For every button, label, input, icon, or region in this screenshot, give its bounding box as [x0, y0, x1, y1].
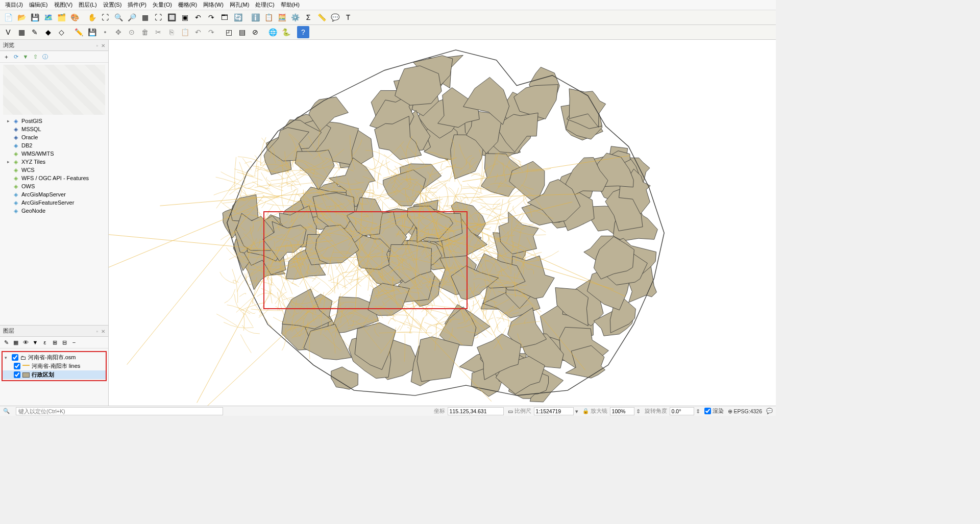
- menu-web[interactable]: 网络(W): [200, 0, 227, 10]
- stats-button[interactable]: Σ: [302, 11, 314, 23]
- layer-group-osm[interactable]: ▾ 🗀 河南省-南阳市.osm: [3, 353, 106, 362]
- python-console-button[interactable]: 🐍: [280, 26, 292, 38]
- menu-project[interactable]: 项目(J): [2, 0, 26, 10]
- expander-icon[interactable]: ▾: [5, 355, 10, 360]
- toggle-edit-button[interactable]: ✏️: [72, 26, 85, 38]
- refresh-button[interactable]: 🔄: [232, 11, 244, 23]
- browser-item[interactable]: ◈WMS/WMTS: [1, 149, 107, 158]
- expression-filter-icon[interactable]: ε: [41, 338, 49, 346]
- layer-lines[interactable]: 河南省-南阳市 lines: [3, 362, 106, 370]
- refresh-icon[interactable]: ⟳: [12, 53, 20, 61]
- pan-to-selection-button[interactable]: ⛶: [99, 11, 111, 23]
- layout-manager-button[interactable]: 🗂️: [55, 11, 67, 23]
- copy-button[interactable]: ⎘: [165, 26, 178, 38]
- browser-item[interactable]: ◈ArcGisMapServer: [1, 190, 107, 198]
- filter-legend-icon[interactable]: ▼: [31, 338, 39, 346]
- panel-undock-icon[interactable]: ▫: [96, 43, 98, 48]
- add-layer-icon[interactable]: ＋: [2, 53, 10, 61]
- zoom-out-button[interactable]: 🔎: [126, 11, 138, 23]
- menu-settings[interactable]: 设置(S): [100, 0, 125, 10]
- field-calc-button[interactable]: 🧮: [276, 11, 288, 23]
- panel-undock-icon[interactable]: ▫: [96, 329, 98, 334]
- lock-icon[interactable]: 🔒: [582, 408, 589, 414]
- layer-lines-checkbox[interactable]: [14, 363, 20, 369]
- undo-button[interactable]: ↶: [192, 26, 204, 38]
- cut-button[interactable]: ✂: [152, 26, 164, 38]
- collapse-icon[interactable]: ⇧: [31, 53, 39, 61]
- browser-item[interactable]: ◈OWS: [1, 182, 107, 190]
- properties-icon[interactable]: ⓘ: [41, 53, 49, 61]
- epsg-label[interactable]: EPSG:4326: [734, 408, 762, 414]
- delete-selected-button[interactable]: 🗑: [139, 26, 151, 38]
- save-project-button[interactable]: 💾: [29, 11, 41, 23]
- panel-close-icon[interactable]: ✕: [101, 43, 105, 48]
- select-features-button[interactable]: ◰: [223, 26, 235, 38]
- spinner-icon[interactable]: ⇕: [636, 408, 641, 414]
- browser-tree[interactable]: ▸◈PostGIS◈MSSQL◈Oracle◈DB2◈WMS/WMTS▸◈XYZ…: [0, 63, 108, 325]
- remove-layer-icon[interactable]: −: [70, 338, 78, 346]
- crs-icon[interactable]: ⊕: [728, 408, 732, 414]
- paste-button[interactable]: 📋: [179, 26, 191, 38]
- rotation-value[interactable]: [670, 407, 694, 415]
- select-by-value-button[interactable]: ▤: [236, 26, 248, 38]
- menu-vector[interactable]: 矢量(O): [150, 0, 175, 10]
- layer-visibility-icon[interactable]: 👁: [21, 338, 30, 346]
- move-feature-button[interactable]: ✥: [112, 26, 125, 38]
- zoom-layer-button[interactable]: ▣: [179, 11, 191, 23]
- expand-all-icon[interactable]: ⊞: [51, 338, 59, 346]
- layer-group-checkbox[interactable]: [12, 354, 18, 361]
- map-canvas[interactable]: [109, 40, 776, 406]
- zoom-full-button[interactable]: ⛶: [152, 11, 164, 23]
- zoom-native-button[interactable]: ▦: [139, 11, 151, 23]
- layer-admin-checkbox[interactable]: [14, 371, 20, 378]
- scale-dropdown-icon[interactable]: ▾: [575, 408, 578, 414]
- new-print-layout-button[interactable]: 🗺️: [42, 11, 54, 23]
- pan-button[interactable]: ✋: [86, 11, 98, 23]
- new-geopackage-button[interactable]: ◆: [42, 26, 54, 38]
- new-scratch-layer-button[interactable]: ✎: [29, 26, 41, 38]
- menu-layer[interactable]: 图层(L): [76, 0, 100, 10]
- add-group-icon[interactable]: ▦: [12, 338, 20, 346]
- scale-value[interactable]: [534, 407, 574, 415]
- layer-style-icon[interactable]: ✎: [2, 338, 10, 346]
- identify-button[interactable]: ℹ️: [249, 11, 261, 23]
- text-annotation-button[interactable]: T: [342, 11, 354, 23]
- filter-icon[interactable]: ▼: [21, 53, 30, 61]
- osm-download-button[interactable]: 🌐: [266, 26, 279, 38]
- locator-input[interactable]: [16, 407, 223, 415]
- help-button[interactable]: ?: [297, 26, 309, 38]
- zoom-last-button[interactable]: ↶: [192, 11, 204, 23]
- magnifier-value[interactable]: [610, 407, 634, 415]
- menu-plugins[interactable]: 插件(P): [125, 0, 150, 10]
- add-feature-button[interactable]: •: [99, 26, 111, 38]
- new-project-button[interactable]: 📄: [2, 11, 14, 23]
- menu-view[interactable]: 视图(V): [51, 0, 76, 10]
- coord-value[interactable]: [448, 407, 504, 415]
- locate-icon[interactable]: 🔍: [3, 408, 10, 414]
- browser-item[interactable]: ◈DB2: [1, 141, 107, 149]
- redo-button[interactable]: ↷: [205, 26, 217, 38]
- browser-item[interactable]: ◈MSSQL: [1, 125, 107, 133]
- map-tips-button[interactable]: 💬: [329, 11, 341, 23]
- collapse-all-icon[interactable]: ⊟: [60, 338, 68, 346]
- browser-item[interactable]: ◈ArcGisFeatureServer: [1, 198, 107, 207]
- new-map-view-button[interactable]: 🗔: [218, 11, 231, 23]
- menu-help[interactable]: 帮助(H): [278, 0, 303, 10]
- new-shapefile-button[interactable]: ◇: [55, 26, 67, 38]
- menu-processing[interactable]: 处理(C): [252, 0, 277, 10]
- menu-raster[interactable]: 栅格(R): [175, 0, 200, 10]
- messages-icon[interactable]: 💬: [766, 408, 773, 414]
- render-checkbox[interactable]: [704, 408, 711, 414]
- attributes-button[interactable]: 📋: [262, 11, 275, 23]
- spinner-icon[interactable]: ⇕: [696, 408, 700, 414]
- layer-admin[interactable]: 行政区划: [3, 370, 106, 379]
- panel-close-icon[interactable]: ✕: [101, 329, 105, 334]
- open-project-button[interactable]: 📂: [15, 11, 28, 23]
- menu-mesh[interactable]: 网孔(M): [227, 0, 253, 10]
- save-edits-button[interactable]: 💾: [86, 26, 98, 38]
- zoom-in-button[interactable]: 🔍: [112, 11, 125, 23]
- node-tool-button[interactable]: ⊙: [126, 26, 138, 38]
- deselect-button[interactable]: ⊘: [249, 26, 261, 38]
- browser-item[interactable]: ◈WFS / OGC API - Features: [1, 174, 107, 182]
- browser-item[interactable]: ◈WCS: [1, 166, 107, 174]
